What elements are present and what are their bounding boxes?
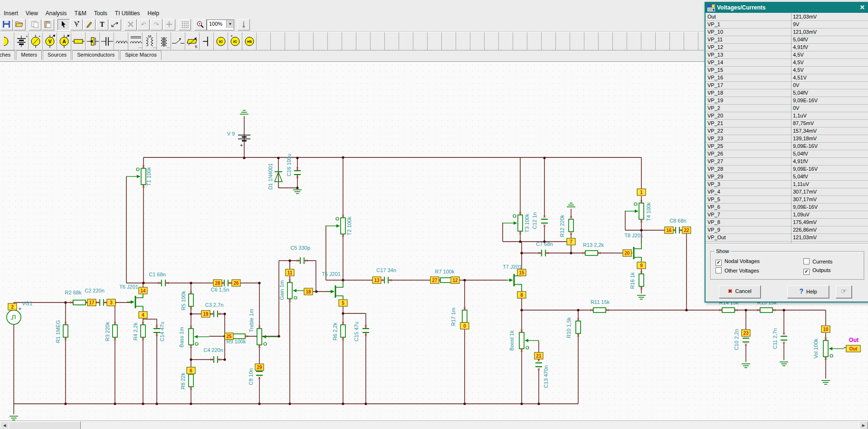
scroll-left-button[interactable]: ◀ [0, 421, 9, 429]
component-R6[interactable] [341, 325, 345, 337]
tab-spice-macros[interactable]: Spice Macros [120, 50, 162, 60]
component-R3[interactable] [113, 325, 117, 337]
potentiometer-icon[interactable]: T. [185, 33, 200, 49]
scrollbar-thumb[interactable] [9, 421, 81, 429]
paste-icon[interactable] [42, 19, 54, 30]
component-C13[interactable] [535, 363, 543, 367]
component-Bass-pot[interactable] [189, 329, 193, 345]
checkbox-box[interactable]: ✓ [803, 269, 810, 275]
hs-icon[interactable]: HS [242, 33, 257, 49]
component-R11[interactable] [593, 308, 606, 312]
menu-help[interactable]: Help [144, 9, 163, 18]
resistor-icon[interactable] [71, 33, 86, 49]
table-row-VP_1[interactable]: VP_19V [706, 21, 868, 29]
source-partial-icon[interactable] [0, 33, 14, 49]
component-T7-source[interactable] [515, 284, 522, 292]
component-C6[interactable] [224, 279, 228, 287]
table-row-VP_29[interactable]: VP_295,04fV [706, 173, 868, 181]
component-C17[interactable] [384, 276, 388, 284]
table-row-VP_7[interactable]: VP_71,09uV [706, 211, 868, 219]
component-Gain-pot[interactable] [287, 283, 292, 299]
component-R17[interactable] [462, 310, 467, 322]
component-R9[interactable] [233, 334, 245, 339]
ic-plus-icon[interactable]: IC+ [228, 33, 242, 49]
tab-sources[interactable]: Sources [43, 50, 71, 60]
table-row-VP_26[interactable]: VP_265,04fV [706, 150, 868, 158]
grid-icon[interactable] [179, 19, 191, 30]
component-C8[interactable] [676, 226, 679, 234]
table-row-VP_8[interactable]: VP_8175,49mV [706, 219, 868, 226]
close-icon[interactable]: ✕ [858, 3, 867, 13]
component-R13[interactable] [585, 251, 598, 255]
tab-meters[interactable]: Meters [16, 50, 42, 60]
transformer-icon[interactable]: ... [157, 33, 171, 49]
component-R14[interactable] [722, 308, 734, 312]
table-row-VP_11[interactable]: VP_115,04fV [706, 36, 868, 44]
table-row-VP_23[interactable]: VP_23139,18mV [706, 135, 868, 143]
ac-source-icon[interactable]: + [29, 33, 43, 49]
component-T2-pot[interactable] [341, 218, 345, 234]
component-VG1-generator[interactable] [7, 310, 21, 324]
probe-icon[interactable] [238, 19, 250, 30]
table-row-VP_27[interactable]: VP_274,91fV [706, 158, 868, 166]
cancel-button[interactable]: ✖Cancel [719, 285, 761, 298]
copy-icon[interactable] [29, 19, 41, 30]
table-row-VP_20[interactable]: VP_201,1uV [706, 112, 868, 120]
horizontal-scrollbar[interactable]: ◀ ▶ [0, 420, 868, 429]
component-C16[interactable] [294, 171, 301, 175]
component-R4[interactable] [141, 325, 145, 337]
table-row-VP_4[interactable]: VP_4307,17mV [706, 188, 868, 196]
table-row-VP_22[interactable]: VP_22157,34mV [706, 127, 868, 135]
menu-analysis[interactable]: Analysis [42, 9, 71, 18]
inductor-core-icon[interactable]: ... [128, 33, 143, 49]
chevron-down-icon[interactable]: ▼ [226, 20, 234, 28]
component-Treble-pot[interactable] [257, 329, 262, 345]
component-R5[interactable] [189, 294, 193, 306]
component-C15[interactable] [362, 329, 370, 332]
component-Boost-pot[interactable] [519, 332, 524, 349]
terminator-icon[interactable] [200, 33, 214, 49]
voltage-source-icon[interactable]: V [43, 33, 57, 49]
wire-icon[interactable] [109, 19, 121, 30]
component-T4-pot[interactable] [639, 203, 644, 219]
menu-t-m[interactable]: T&M [71, 9, 90, 18]
capacitor-icon[interactable] [100, 33, 114, 49]
checkbox-box[interactable]: ✓ [715, 260, 722, 266]
table-row-VP_14[interactable]: VP_144,5V [706, 59, 868, 67]
component-C2[interactable] [100, 299, 104, 306]
menu-tools[interactable]: Tools [90, 9, 111, 18]
checkbox-box[interactable] [715, 267, 722, 273]
select-cursor-icon[interactable] [70, 19, 83, 30]
checkbox-currents[interactable]: Currents [803, 258, 832, 265]
table-row-VP_5[interactable]: VP_5307,17mV [706, 196, 868, 204]
table-row-VP_12[interactable]: VP_124,91fV [706, 44, 868, 51]
component-C11[interactable] [780, 336, 788, 340]
component-R10[interactable] [576, 321, 581, 333]
table-row-Out[interactable]: Out121,03mV [706, 13, 868, 21]
table-row-VP_13[interactable]: VP_134,5V [706, 51, 868, 59]
move-point-icon[interactable] [163, 19, 175, 30]
checkbox-other-voltages[interactable]: Other Voltages [715, 267, 759, 274]
component-R15[interactable] [760, 308, 773, 312]
open-icon[interactable] [13, 19, 26, 30]
table-row-VP_2[interactable]: VP_20V [706, 105, 868, 112]
component-C1[interactable] [162, 279, 165, 287]
table-row-VP_28[interactable]: VP_289,09E-16V [706, 166, 868, 173]
save-icon[interactable] [0, 19, 13, 30]
table-row-VP_18[interactable]: VP_185,04fV [706, 89, 868, 97]
pointing-hand-button[interactable]: ☞ [836, 285, 852, 298]
component-C3[interactable] [214, 310, 218, 318]
table-row-VP_17[interactable]: VP_170V [706, 82, 868, 89]
checkbox-nodal-voltages[interactable]: ✓Nodal Voltages [715, 258, 760, 265]
component-C12[interactable] [541, 219, 548, 223]
component-R16[interactable] [639, 274, 644, 286]
menu-view[interactable]: View [22, 9, 42, 18]
help-button[interactable]: ?Help [787, 285, 829, 298]
table-row-VP_15[interactable]: VP_154,5V [706, 67, 868, 74]
redo-icon[interactable]: ↷ [150, 19, 162, 30]
component-Vol-pot[interactable] [823, 341, 828, 357]
table-row-VP_25[interactable]: VP_259,09E-16V [706, 143, 868, 150]
component-C10[interactable] [742, 338, 750, 342]
table-row-VP_10[interactable]: VP_10121,03mV [706, 29, 868, 36]
polarized-capacitor-icon[interactable] [86, 33, 100, 49]
